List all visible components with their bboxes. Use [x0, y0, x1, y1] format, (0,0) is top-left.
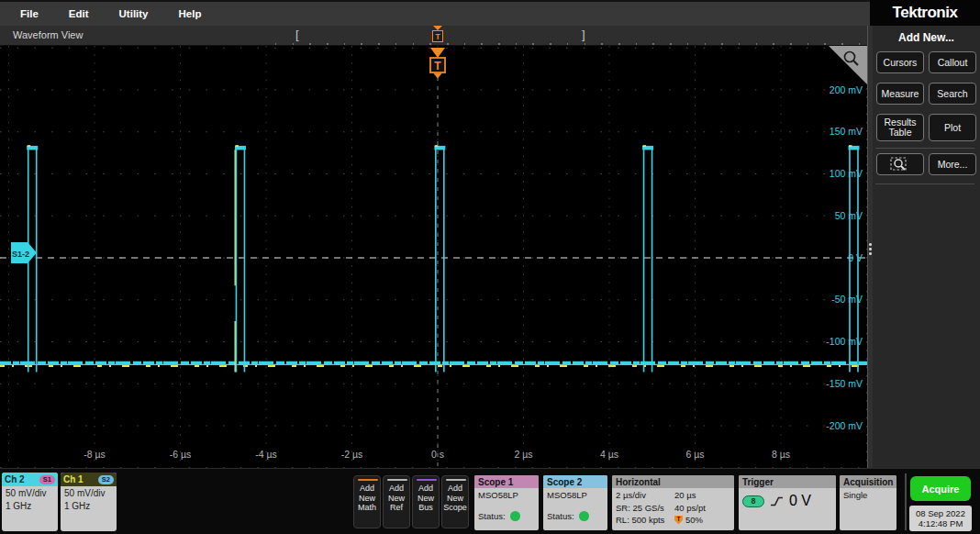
- waveform-plot[interactable]: 200 mV150 mV100 mV50 mV0 V-50 mV-100 mV-…: [0, 46, 867, 468]
- ch2-pulse: [236, 148, 244, 372]
- search-button[interactable]: Search: [929, 83, 976, 105]
- scope-2-panel[interactable]: Scope 2 MSO58LP Status:: [543, 475, 607, 530]
- horizontal-resolution: 40 ps/pt: [674, 503, 730, 513]
- acquire-button[interactable]: Acquire: [910, 476, 971, 501]
- trigger-panel[interactable]: Trigger 8 0 V: [739, 475, 836, 530]
- acquisition-panel[interactable]: Acquisition Single: [840, 475, 896, 530]
- channel-1-scale: 50 mV/div: [64, 487, 113, 500]
- tab-waveform-view[interactable]: Waveform View: [13, 29, 83, 40]
- tektronix-logo: Tektronix: [893, 4, 958, 22]
- scope-1-status-label: Status:: [478, 511, 506, 521]
- voltage-axis-label: -100 mV: [826, 336, 863, 347]
- menu-file[interactable]: File: [20, 8, 39, 19]
- scope-1-panel[interactable]: Scope 1 MSO58LP Status:: [474, 475, 539, 530]
- acquisition-mode: Single: [840, 488, 896, 502]
- horizontal-position: 50%: [685, 515, 703, 525]
- time-axis-label: 6 µs: [685, 449, 704, 460]
- ch2-pulse: [436, 148, 444, 372]
- brand-area: Tektronix: [870, 0, 980, 26]
- channel-2-label: Ch 2: [5, 474, 25, 484]
- trigger-t-icon: T: [432, 30, 443, 42]
- voltage-axis-label: 100 mV: [830, 168, 863, 179]
- trigger-level: 0 V: [789, 493, 811, 509]
- scope-1-title: Scope 1: [474, 475, 539, 488]
- plot-button[interactable]: Plot: [929, 114, 976, 141]
- voltage-axis-label: 50 mV: [835, 210, 863, 221]
- voltage-axis-label: 150 mV: [830, 126, 863, 137]
- settings-bar: Ch 2 S1 50 mV/div 1 GHz Ch 1 S2 50 mV/di…: [0, 468, 980, 534]
- acquisition-title: Acquisition: [840, 475, 896, 488]
- ch2-level-flag-label: S1-2: [12, 250, 29, 259]
- channel-1-badge[interactable]: Ch 1 S2 50 mV/div 1 GHz: [61, 473, 117, 531]
- scope-2-status-label: Status:: [547, 511, 574, 521]
- record-view-ticks: [275, 43, 867, 45]
- ref-color-stripe: [387, 479, 407, 481]
- trigger-title: Trigger: [739, 475, 836, 488]
- scope-2-model: MSO58LP: [547, 490, 604, 500]
- oscilloscope-app: File Edit Utility Help Tektronix Wavefor…: [0, 0, 980, 534]
- horizontal-sample-rate: SR: 25 GS/s: [616, 503, 674, 513]
- results-table-button[interactable]: Results Table: [876, 114, 924, 141]
- math-color-stripe: [358, 479, 378, 481]
- time-axis-label: -2 µs: [341, 449, 363, 460]
- cursors-button[interactable]: Cursors: [876, 51, 924, 73]
- magnifier-icon: [890, 156, 910, 172]
- channel-2-scale: 50 mV/div: [6, 487, 54, 500]
- voltage-axis-label: 0 V: [848, 252, 863, 263]
- measure-button[interactable]: Measure: [876, 83, 924, 105]
- splitter-grip-icon: [869, 243, 872, 255]
- add-new-bus-button[interactable]: Add New Bus: [412, 475, 440, 528]
- add-new-ref-button[interactable]: Add New Ref: [383, 475, 410, 528]
- menu-bar: File Edit Utility Help: [0, 0, 870, 26]
- zoom-mode-button[interactable]: [876, 153, 924, 175]
- time-axis-label: -4 µs: [255, 449, 277, 460]
- time-axis-label: 0 s: [431, 449, 444, 460]
- channel-1-label: Ch 1: [63, 474, 84, 484]
- trigger-arrow-icon: [434, 73, 442, 79]
- more-button[interactable]: More...: [929, 153, 976, 175]
- horizontal-panel[interactable]: Horizontal 2 µs/div 20 µs SR: 25 GS/s 40…: [612, 475, 734, 530]
- trigger-source-badge: 8: [742, 495, 764, 507]
- menu-utility[interactable]: Utility: [119, 8, 149, 19]
- rising-edge-icon: [770, 496, 784, 506]
- trigger-arrow-icon[interactable]: [430, 48, 445, 58]
- time-axis-label: 8 µs: [772, 449, 790, 460]
- voltage-axis-label: -150 mV: [826, 378, 863, 389]
- record-view-right-bracket[interactable]: ]: [582, 28, 585, 41]
- source-s1-badge: S1: [39, 475, 55, 484]
- callout-button[interactable]: Callout: [929, 51, 976, 73]
- time-axis-label: 2 µs: [514, 449, 532, 460]
- menu-help[interactable]: Help: [179, 8, 202, 19]
- voltage-axis-label: -200 mV: [826, 420, 863, 431]
- channel-2-bandwidth: 1 GHz: [6, 500, 54, 513]
- scope-2-title: Scope 2: [543, 475, 607, 488]
- channel-1-bandwidth: 1 GHz: [64, 500, 113, 513]
- add-bus-label: Add New Bus: [418, 484, 434, 512]
- voltage-axis-label: -50 mV: [831, 294, 863, 305]
- datetime-display[interactable]: 08 Sep 2022 4:12:48 PM: [909, 506, 972, 531]
- menu-edit[interactable]: Edit: [69, 8, 89, 19]
- horizontal-record-length: RL: 500 kpts: [616, 515, 674, 525]
- time-axis-label: -6 µs: [170, 449, 192, 460]
- waveform-view-strip: Waveform View [ ] T: [0, 26, 867, 46]
- channel-2-badge[interactable]: Ch 2 S1 50 mV/div 1 GHz: [2, 473, 58, 531]
- add-math-label: Add New Math: [358, 484, 376, 512]
- time-axis-label: -8 µs: [84, 449, 106, 460]
- add-scope-label: Add New Scope: [443, 484, 467, 512]
- bus-color-stripe: [417, 479, 437, 481]
- status-ok-icon: [510, 511, 520, 521]
- trigger-t-letter: T: [434, 60, 441, 72]
- source-s2-badge: S2: [98, 475, 114, 484]
- horizontal-scale: 2 µs/div: [616, 490, 674, 500]
- horizontal-window: 20 µs: [674, 490, 730, 500]
- voltage-axis-label: 200 mV: [830, 84, 863, 95]
- add-new-title: Add New...: [873, 31, 980, 44]
- add-new-math-button[interactable]: Add New Math: [353, 475, 381, 528]
- status-ok-icon: [579, 511, 589, 521]
- time-text: 4:12:48 PM: [919, 518, 963, 529]
- trigger-position-icon: T: [674, 516, 683, 525]
- record-view-left-bracket[interactable]: [: [295, 28, 299, 41]
- time-axis-label: 4 µs: [600, 449, 618, 460]
- add-new-scope-button[interactable]: Add New Scope: [441, 475, 469, 528]
- date-text: 08 Sep 2022: [916, 508, 965, 519]
